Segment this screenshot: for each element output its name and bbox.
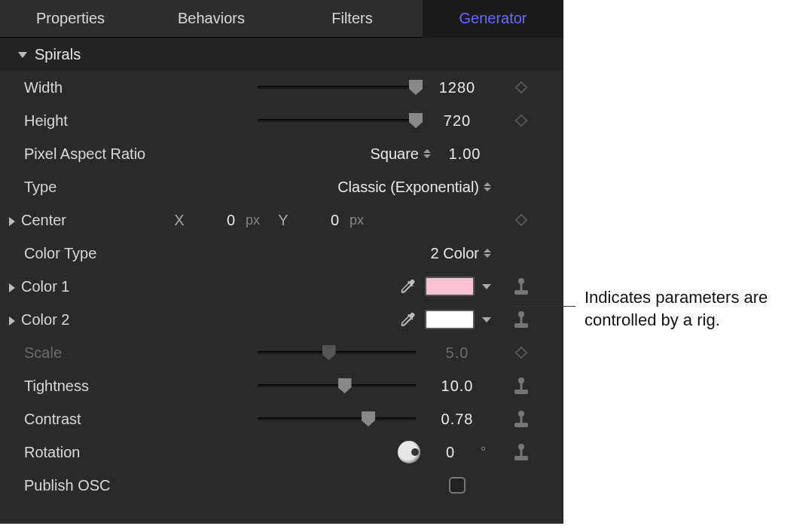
param-label: Scale	[24, 344, 167, 362]
tab-label: Properties	[36, 10, 105, 27]
param-row-center: Center X 0 px Y 0 px	[0, 203, 563, 237]
keyframe-icon[interactable]	[515, 214, 528, 227]
section-title: Spirals	[35, 46, 81, 63]
param-label: Publish OSC	[24, 477, 167, 494]
rig-icon[interactable]	[513, 311, 530, 328]
color1-label-text: Color 1	[21, 278, 69, 295]
type-option: Classic (Exponential)	[337, 179, 479, 196]
param-label: Height	[24, 112, 167, 130]
tab-properties[interactable]: Properties	[0, 0, 141, 38]
tab-generator[interactable]: Generator	[423, 0, 563, 38]
par-popup[interactable]: Square	[371, 145, 432, 163]
scale-value: 5.0	[423, 344, 491, 362]
inspector-panel: Properties Behaviors Filters Generator S…	[0, 0, 563, 524]
center-y-value[interactable]: 0	[301, 212, 339, 229]
section-header-spirals[interactable]: Spirals	[0, 38, 563, 71]
param-row-color2: Color 2	[0, 303, 563, 336]
eyedropper-icon[interactable]	[398, 277, 417, 296]
keyframe-icon[interactable]	[515, 347, 528, 359]
tab-label: Behaviors	[178, 10, 245, 27]
color2-well[interactable]	[425, 310, 475, 329]
unit-px: px	[246, 212, 265, 228]
unit-degree: °	[481, 445, 491, 460]
height-slider[interactable]	[258, 113, 416, 128]
tightness-slider[interactable]	[258, 378, 416, 393]
rig-icon[interactable]	[513, 278, 530, 295]
keyframe-icon[interactable]	[515, 81, 528, 94]
tab-label: Filters	[331, 10, 372, 27]
param-label: Type	[24, 179, 167, 196]
param-row-height: Height 720	[0, 104, 563, 137]
param-row-publish-osc: Publish OSC	[0, 469, 563, 502]
updown-icon	[423, 149, 431, 158]
unit-px: px	[350, 212, 369, 228]
disclosure-triangle-right-icon[interactable]	[9, 283, 15, 292]
param-label: Center	[24, 212, 167, 229]
param-row-colortype: Color Type 2 Color	[0, 237, 563, 270]
contrast-value[interactable]: 0.78	[423, 411, 491, 428]
param-row-contrast: Contrast 0.78	[0, 402, 563, 436]
disclosure-triangle-right-icon[interactable]	[9, 217, 15, 226]
type-popup[interactable]: Classic (Exponential)	[337, 179, 491, 196]
rig-icon[interactable]	[513, 444, 530, 460]
param-label: Color Type	[24, 245, 167, 262]
callout-text: Indicates parameters are controlled by a…	[585, 286, 803, 331]
param-row-rotation: Rotation 0 °	[0, 436, 563, 469]
tightness-value[interactable]: 10.0	[423, 378, 491, 395]
colortype-popup[interactable]: 2 Color	[431, 245, 491, 262]
param-label: Rotation	[24, 444, 167, 461]
color1-well[interactable]	[425, 277, 475, 296]
axis-x-label: X	[172, 212, 187, 229]
rig-icon[interactable]	[513, 378, 530, 394]
rotation-dial[interactable]	[398, 441, 420, 463]
chevron-down-icon[interactable]	[482, 284, 491, 289]
scale-slider	[258, 345, 416, 360]
chevron-down-icon[interactable]	[482, 317, 491, 323]
width-value[interactable]: 1280	[423, 79, 491, 96]
eyedropper-icon[interactable]	[398, 310, 417, 329]
rig-icon[interactable]	[513, 411, 530, 427]
param-row-color1: Color 1	[0, 270, 563, 303]
colortype-option: 2 Color	[431, 245, 479, 262]
keyframe-icon[interactable]	[515, 115, 528, 127]
tab-label: Generator	[459, 10, 527, 27]
center-label-text: Center	[21, 212, 66, 228]
param-label: Width	[24, 79, 167, 96]
par-value[interactable]: 1.00	[438, 145, 491, 163]
param-row-scale: Scale 5.0	[0, 336, 563, 369]
height-value[interactable]: 720	[423, 112, 491, 130]
param-label: Color 2	[24, 311, 167, 329]
callout-leader-line	[512, 306, 575, 307]
param-row-par: Pixel Aspect Ratio Square 1.00	[0, 137, 563, 170]
param-label: Color 1	[24, 278, 167, 295]
updown-icon	[484, 249, 491, 258]
param-row-type: Type Classic (Exponential)	[0, 170, 563, 203]
color2-label-text: Color 2	[21, 311, 69, 328]
updown-icon	[484, 182, 491, 191]
param-row-width: Width 1280	[0, 71, 563, 104]
width-slider[interactable]	[258, 80, 416, 95]
param-label: Pixel Aspect Ratio	[24, 145, 167, 163]
tab-filters[interactable]: Filters	[282, 0, 423, 38]
param-row-tightness: Tightness 10.0	[0, 369, 563, 402]
disclosure-triangle-down-icon	[18, 52, 27, 58]
axis-y-label: Y	[276, 212, 291, 229]
contrast-slider[interactable]	[258, 411, 416, 427]
publish-osc-checkbox[interactable]	[449, 477, 466, 494]
center-x-value[interactable]: 0	[197, 212, 235, 229]
inspector-tabbar: Properties Behaviors Filters Generator	[0, 0, 563, 38]
tab-behaviors[interactable]: Behaviors	[141, 0, 282, 38]
rotation-value[interactable]: 0	[428, 444, 473, 461]
par-option: Square	[371, 145, 420, 163]
param-label: Tightness	[24, 378, 167, 395]
param-label: Contrast	[24, 411, 167, 428]
disclosure-triangle-right-icon[interactable]	[9, 316, 15, 326]
